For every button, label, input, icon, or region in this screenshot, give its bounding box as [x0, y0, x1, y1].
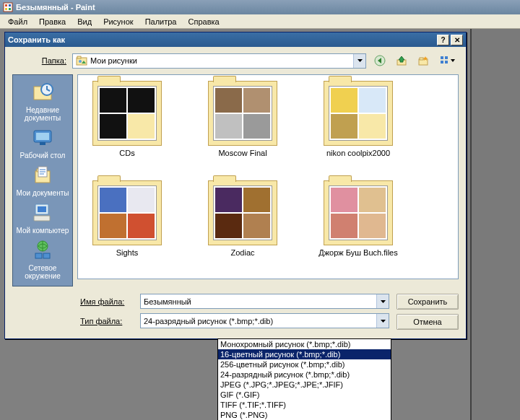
places-recent[interactable]: Недавние документы	[14, 81, 71, 122]
filetype-option[interactable]: TIFF (*.TIF;*.TIFF)	[218, 400, 391, 410]
folder-label: Sights	[116, 248, 139, 257]
svg-rect-20	[40, 142, 46, 145]
filename-input[interactable]: Безымянный	[140, 294, 389, 309]
new-folder-button[interactable]	[415, 53, 431, 69]
svg-point-7	[79, 60, 82, 63]
filename-combo-button[interactable]	[376, 294, 389, 308]
folder-item[interactable]: CDs	[84, 81, 170, 157]
menu-help[interactable]: Справка	[183, 16, 225, 27]
places-mycomputer[interactable]: Мой компьютер	[14, 201, 71, 235]
folder-item[interactable]: Sights	[84, 180, 170, 257]
folder-thumbnail	[324, 180, 393, 245]
places-bar: Недавние документы Рабочий стол Мои доку…	[12, 74, 73, 286]
svg-rect-14	[441, 61, 443, 64]
places-mydocs[interactable]: Мои документы	[14, 164, 71, 197]
svg-rect-11	[420, 58, 423, 60]
svg-rect-4	[9, 8, 11, 10]
filetype-option[interactable]: 16-цветный рисунок (*.bmp;*.dib)	[218, 349, 391, 359]
filetype-combo[interactable]: 24-разрядный рисунок (*.bmp;*.dib)	[140, 313, 389, 328]
back-button[interactable]	[372, 53, 388, 69]
svg-rect-25	[38, 206, 46, 212]
filename-value: Безымянный	[141, 297, 376, 306]
filetype-option[interactable]: Монохромный рисунок (*.bmp;*.dib)	[218, 339, 391, 349]
folder-item[interactable]: Moscow Final	[199, 81, 286, 157]
folder-label: Папка:	[12, 56, 66, 65]
folder-item[interactable]: Zodiac	[199, 180, 286, 257]
filetype-label: Тип файла:	[80, 317, 134, 325]
folder-label: Zodiac	[230, 248, 254, 257]
mydocs-icon	[31, 164, 54, 187]
svg-rect-0	[4, 3, 12, 12]
my-pictures-icon	[76, 55, 87, 66]
file-view[interactable]: CDsMoscow Finalnikon coolpix2000SightsZo…	[77, 74, 459, 279]
svg-rect-12	[441, 56, 443, 59]
filetype-option[interactable]: PNG (*.PNG)	[218, 410, 391, 420]
save-as-dialog: Сохранить как ? ✕ Папка: Мои рисунки	[4, 32, 467, 339]
filetype-value: 24-разрядный рисунок (*.bmp;*.dib)	[141, 317, 376, 325]
up-button[interactable]	[394, 53, 410, 69]
save-button[interactable]: Сохранить	[396, 294, 459, 310]
folder-thumbnail	[92, 81, 162, 146]
folder-label: nikon coolpix2000	[326, 149, 390, 157]
filetype-option[interactable]: GIF (*.GIF)	[218, 390, 391, 400]
folder-label: Moscow Final	[218, 149, 266, 157]
app-title: Безымянный - Paint	[16, 3, 95, 12]
dialog-titlebar: Сохранить как ? ✕	[5, 32, 466, 47]
paint-icon	[3, 2, 13, 12]
folder-item[interactable]: nikon coolpix2000	[315, 81, 402, 157]
network-icon	[31, 239, 54, 262]
places-network[interactable]: Сетевое окружение	[14, 239, 71, 280]
filename-label: Имя файла:	[80, 297, 134, 306]
desktop-icon	[31, 126, 54, 149]
filetype-option[interactable]: 256-цветный рисунок (*.bmp;*.dib)	[218, 359, 391, 369]
help-button[interactable]: ?	[437, 35, 449, 45]
folder-item[interactable]: Джорж Буш Buch.files	[315, 180, 402, 257]
filetype-option[interactable]: JPEG (*.JPG;*.JPEG;*.JPE;*.JFIF)	[218, 380, 391, 390]
folder-combo[interactable]: Мои рисунки	[72, 53, 366, 69]
mycomputer-icon	[31, 201, 54, 224]
menu-file[interactable]: Файл	[3, 16, 32, 27]
svg-rect-15	[445, 61, 448, 64]
svg-rect-1	[5, 4, 7, 6]
menubar: Файл Правка Вид Рисунок Палитра Справка	[0, 14, 520, 29]
menu-image[interactable]: Рисунок	[98, 16, 139, 27]
svg-rect-29	[43, 253, 50, 258]
svg-rect-19	[36, 133, 49, 140]
menu-view[interactable]: Вид	[72, 16, 97, 27]
recent-icon	[31, 81, 54, 104]
close-button[interactable]: ✕	[451, 35, 463, 45]
folder-thumbnail	[208, 180, 277, 245]
svg-rect-6	[77, 56, 81, 58]
folder-thumbnail	[208, 81, 277, 146]
svg-rect-26	[34, 216, 50, 221]
folder-label: CDs	[119, 149, 134, 157]
folder-combo-button[interactable]	[353, 54, 365, 68]
svg-rect-3	[5, 8, 7, 10]
filetype-dropdown[interactable]: Монохромный рисунок (*.bmp;*.dib)16-цвет…	[217, 338, 391, 420]
filetype-option[interactable]: 24-разрядный рисунок (*.bmp;*.dib)	[218, 369, 391, 380]
menu-edit[interactable]: Правка	[34, 16, 71, 27]
folder-combo-text: Мои рисунки	[90, 56, 353, 65]
svg-rect-28	[35, 253, 42, 258]
cancel-button[interactable]: Отмена	[396, 314, 459, 330]
app-right-panel	[470, 29, 520, 420]
app-titlebar: Безымянный - Paint	[0, 0, 520, 14]
svg-rect-2	[9, 4, 11, 6]
places-desktop[interactable]: Рабочий стол	[14, 126, 71, 159]
view-menu-button[interactable]	[437, 53, 459, 69]
menu-palette[interactable]: Палитра	[140, 16, 182, 27]
folder-thumbnail	[324, 81, 393, 146]
filetype-combo-button[interactable]	[376, 314, 389, 328]
folder-thumbnail	[92, 180, 162, 245]
svg-rect-13	[445, 56, 448, 59]
dialog-title: Сохранить как	[8, 35, 65, 44]
folder-label: Джорж Буш Buch.files	[318, 248, 398, 257]
